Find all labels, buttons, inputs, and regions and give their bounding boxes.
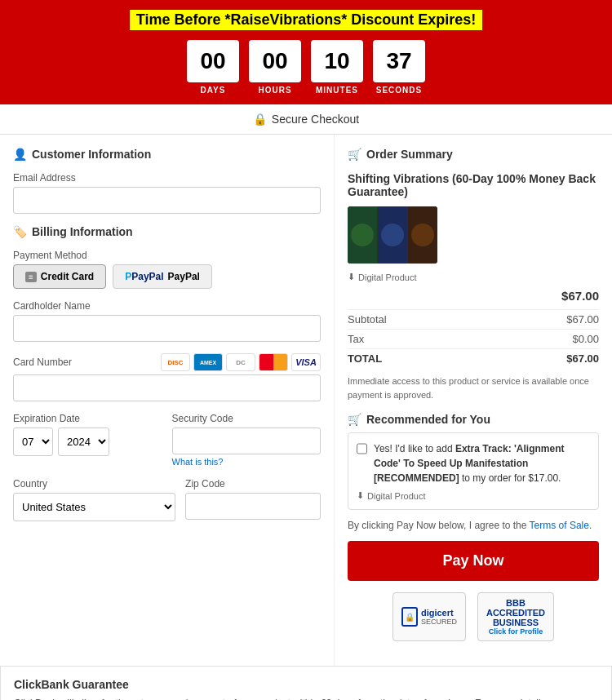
amex-icon: AMEX	[193, 353, 223, 371]
lock-icon: 🔒	[253, 113, 267, 126]
cardholder-name-input[interactable]	[13, 315, 321, 342]
paypal-button[interactable]: PPayPal PayPal	[113, 264, 212, 289]
cardholder-name-label: Cardholder Name	[13, 300, 321, 312]
billing-info-header: 🏷️ Billing Information	[13, 225, 321, 238]
payment-method-row: ≡ Credit Card PPayPal PayPal	[13, 264, 321, 289]
guarantee-section: ClickBank Guarantee ClickBank will allow…	[0, 666, 612, 700]
timer-days-value: 00	[187, 40, 239, 82]
card-number-group: Card Number DISC AMEX DC VISA	[13, 353, 321, 401]
payment-method-label: Payment Method	[13, 250, 321, 261]
timer-minutes: 10 MINUTES	[311, 40, 363, 95]
what-is-this-link[interactable]: What is this?	[172, 457, 322, 467]
country-col: Country United States Canada United King…	[13, 478, 175, 521]
email-label: Email Address	[13, 172, 321, 184]
security-code-input[interactable]	[172, 428, 322, 454]
digicert-label: digicert	[421, 608, 457, 618]
guarantee-title: ClickBank Guarantee	[14, 678, 598, 691]
expiry-col: Expiration Date 01 02 03 04 05 06 07 08 …	[13, 413, 162, 467]
bbb-sub: Click for Profile	[486, 627, 545, 636]
paypal-label: PayPal	[168, 271, 200, 282]
country-label: Country	[13, 478, 175, 490]
secure-checkout-label: Secure Checkout	[272, 113, 359, 126]
timer-boxes: 00 DAYS 00 HOURS 10 MINUTES 37 SECONDS	[13, 40, 599, 95]
product-img-inner	[348, 206, 437, 264]
guarantee-text: ClickBank will allow for the return or r…	[14, 696, 598, 700]
email-input[interactable]	[13, 187, 321, 214]
expiry-selects: 01 02 03 04 05 06 07 08 09 10 11 12	[13, 428, 162, 456]
secure-checkout-bar: 🔒 Secure Checkout	[0, 104, 612, 135]
recommend-row: Yes! I'd like to add Extra Track: 'Align…	[357, 441, 590, 485]
cart-icon: 🛒	[348, 148, 361, 161]
terms-text: By clicking Pay Now below, I agree to th…	[348, 520, 599, 531]
email-field-group: Email Address	[13, 172, 321, 214]
svg-point-4	[351, 224, 374, 246]
timer-hours-label: HOURS	[258, 86, 291, 95]
svg-point-5	[381, 224, 404, 246]
security-code-col: Security Code What is this?	[172, 413, 322, 467]
expiry-month-select[interactable]: 01 02 03 04 05 06 07 08 09 10 11 12	[13, 428, 53, 456]
country-select[interactable]: United States Canada United Kingdom Aust…	[13, 493, 175, 521]
left-column: 👤 Customer Information Email Address 🏷️ …	[0, 135, 335, 666]
tax-value: $0.00	[572, 333, 599, 345]
recommend-digital-badge: ⬇ Digital Product	[357, 490, 590, 501]
timer-hours-value: 00	[249, 40, 301, 82]
trust-badges: 🔒 digicert SECURED BBBACCREDITEDBUSINESS…	[348, 592, 599, 641]
paypal-icon: PPayPal	[125, 271, 163, 282]
right-column: 🛒 Order Summary Shifting Vibrations (60-…	[335, 135, 612, 666]
order-note: Immediate access to this product or serv…	[348, 374, 599, 401]
card-number-input[interactable]	[13, 374, 321, 401]
recommend-box: Yes! I'd like to add Extra Track: 'Align…	[348, 432, 599, 510]
recommended-header: 🛒 Recommended for You	[348, 413, 599, 426]
mastercard-icon	[259, 353, 288, 371]
tax-line: Tax $0.00	[348, 329, 599, 348]
bbb-label: BBBACCREDITEDBUSINESS	[486, 598, 545, 627]
zip-col: Zip Code	[185, 478, 321, 521]
total-label: TOTAL	[348, 352, 382, 365]
product-price: $67.00	[348, 289, 599, 303]
bbb-badge: BBBACCREDITEDBUSINESS Click for Profile	[477, 592, 554, 641]
card-icons-row: DISC AMEX DC VISA	[161, 353, 321, 371]
product-title: Shifting Vibrations (60-Day 100% Money B…	[348, 172, 599, 198]
credit-card-label: Credit Card	[41, 271, 94, 282]
timer-seconds: 37 SECONDS	[373, 40, 425, 95]
customer-info-header: 👤 Customer Information	[13, 148, 321, 161]
credit-card-button[interactable]: ≡ Credit Card	[13, 264, 106, 289]
pay-now-button[interactable]: Pay Now	[348, 541, 599, 581]
timer-minutes-value: 10	[311, 40, 363, 82]
customer-info-label: Customer Information	[32, 148, 151, 161]
download2-icon: ⬇	[357, 490, 364, 501]
main-content: 👤 Customer Information Email Address 🏷️ …	[0, 135, 612, 666]
card-number-label: Card Number	[13, 357, 72, 368]
expiry-year-select[interactable]: 2024 2025 2026 2027 2028 2029 2030	[58, 428, 109, 456]
security-code-label: Security Code	[172, 413, 322, 424]
visa-icon: VISA	[291, 353, 321, 371]
upsell-checkbox[interactable]	[357, 443, 367, 454]
discover-icon: DISC	[161, 353, 190, 371]
zip-input[interactable]	[185, 493, 321, 520]
subtotal-label: Subtotal	[348, 313, 387, 326]
digicert-badge: 🔒 digicert SECURED	[392, 592, 466, 641]
subtotal-line: Subtotal $67.00	[348, 309, 599, 329]
expiry-security-row: Expiration Date 01 02 03 04 05 06 07 08 …	[13, 413, 321, 467]
recommended-label: Recommended for You	[366, 413, 490, 426]
svg-point-6	[411, 224, 434, 246]
person-icon: 👤	[13, 148, 27, 161]
cardholder-name-group: Cardholder Name	[13, 300, 321, 342]
product-image	[348, 206, 437, 264]
timer-days: 00 DAYS	[187, 40, 239, 95]
recommend-text: Yes! I'd like to add Extra Track: 'Align…	[374, 441, 590, 485]
terms-link[interactable]: Terms of Sale.	[530, 520, 592, 531]
payment-method-group: Payment Method ≡ Credit Card PPayPal Pay…	[13, 250, 321, 289]
country-zip-row: Country United States Canada United King…	[13, 478, 321, 521]
order-summary-label: Order Summary	[366, 148, 453, 161]
timer-headline: Time Before *RaiseVibrations* Discount E…	[130, 10, 482, 30]
timer-banner: Time Before *RaiseVibrations* Discount E…	[0, 0, 612, 104]
upsell-bold: Extra Track: 'Alignment Code' To Speed U…	[374, 443, 564, 484]
download-icon: ⬇	[348, 272, 355, 282]
cart2-icon: 🛒	[348, 413, 361, 426]
billing-info-label: Billing Information	[32, 225, 133, 238]
timer-seconds-value: 37	[373, 40, 425, 82]
diners-icon: DC	[226, 353, 255, 371]
product-digital-badge: ⬇ Digital Product	[348, 272, 599, 282]
zip-label: Zip Code	[185, 478, 321, 490]
